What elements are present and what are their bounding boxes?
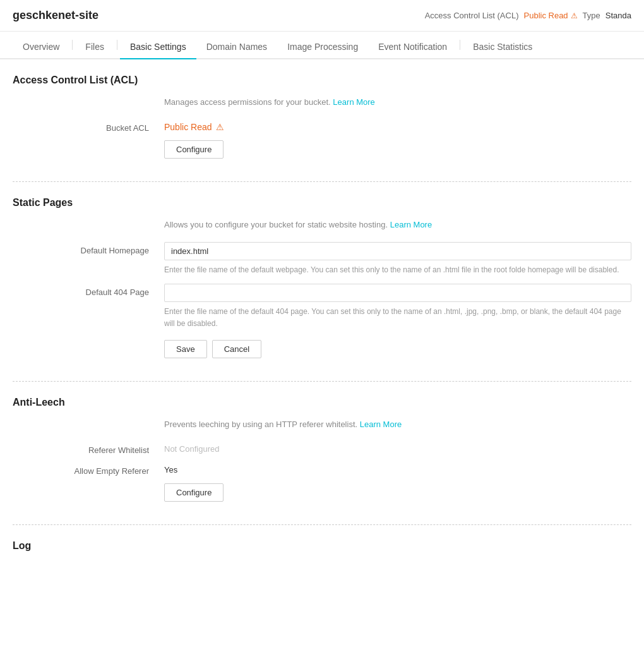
acl-public-read: Public Read [164,122,212,132]
allow-empty-label: Allow Empty Referer [13,463,164,476]
homepage-input[interactable] [164,242,631,260]
header-acl-label: Access Control List (ACL) [425,11,519,20]
static-pages-section: Static Pages Allows you to configure you… [13,182,631,382]
tab-overview[interactable]: Overview [13,35,69,59]
homepage-hint: Enter the file name of the default webpa… [164,264,631,276]
referer-whitelist-row: Referer Whitelist Not Configured [13,442,631,455]
static-pages-actions-row: Save Cancel [13,340,631,358]
acl-learn-more[interactable]: Learn More [333,97,374,107]
cancel-button[interactable]: Cancel [212,340,261,358]
main-content: Access Control List (ACL) Manages access… [0,59,644,567]
404-row: Default 404 Page Enter the file name of … [13,284,631,330]
tab-domain-names[interactable]: Domain Names [196,35,277,59]
log-section-title: Log [13,540,631,552]
header-type-value: Standa [605,11,631,20]
anti-leech-section: Anti-Leech Prevents leeching by using an… [13,382,631,525]
tab-files[interactable]: Files [75,35,114,59]
allow-empty-value: Yes [164,463,631,475]
404-hint: Enter the file name of the default 404 p… [164,306,631,330]
404-input[interactable] [164,284,631,302]
tab-event-notification[interactable]: Event Notification [368,35,457,59]
acl-configure-button[interactable]: Configure [164,140,224,159]
bucket-title: geschkenet-site [13,9,98,22]
anti-leech-configure-button[interactable]: Configure [164,483,224,502]
header-type-label: Type [583,11,600,20]
anti-leech-configure-spacer [13,483,164,487]
tab-divider-1 [72,40,73,50]
static-pages-actions-spacer [13,340,164,344]
anti-leech-description: Prevents leeching by using an HTTP refer… [13,418,631,432]
acl-value-display: Public Read ⚠ [164,119,631,132]
bucket-acl-label: Bucket ACL [13,119,164,133]
anti-leech-configure-content: Configure [164,483,631,502]
acl-section: Access Control List (ACL) Manages access… [13,59,631,182]
referer-whitelist-label: Referer Whitelist [13,442,164,455]
bucket-acl-content: Public Read ⚠ [164,119,631,132]
tab-divider-3 [460,40,460,50]
save-button[interactable]: Save [164,340,207,358]
referer-whitelist-value: Not Configured [164,442,631,454]
acl-description: Manages access permissions for your buck… [13,96,631,109]
tab-basic-statistics[interactable]: Basic Statistics [463,35,542,59]
tab-basic-settings[interactable]: Basic Settings [120,35,196,59]
acl-configure-content: Configure [164,140,631,159]
tab-bar: Overview Files Basic Settings Domain Nam… [0,32,644,59]
anti-leech-configure-row: Configure [13,483,631,502]
acl-warning-icon: ⚠ [571,11,578,20]
static-pages-title: Static Pages [13,197,631,209]
anti-leech-learn-more[interactable]: Learn More [360,420,402,429]
static-pages-actions: Save Cancel [164,340,631,358]
header-acl-value: Public Read ⚠ [524,11,578,20]
acl-value-text: Public Read [524,11,568,20]
404-label: Default 404 Page [13,284,164,297]
tab-divider-2 [117,40,117,50]
static-pages-learn-more[interactable]: Learn More [390,220,432,229]
page-header: geschkenet-site Access Control List (ACL… [0,0,644,32]
bucket-acl-row: Bucket ACL Public Read ⚠ [13,119,631,133]
acl-warning-triangle: ⚠ [216,122,224,132]
homepage-content: Enter the file name of the default webpa… [164,242,631,276]
acl-configure-row: Configure [13,140,631,159]
allow-empty-row: Allow Empty Referer Yes [13,463,631,476]
acl-configure-spacer [13,140,164,144]
allow-empty-content: Yes [164,463,631,475]
acl-section-title: Access Control List (ACL) [13,75,631,86]
404-content: Enter the file name of the default 404 p… [164,284,631,330]
anti-leech-title: Anti-Leech [13,397,631,408]
tab-image-processing[interactable]: Image Processing [277,35,368,59]
homepage-label: Default Homepage [13,242,164,255]
homepage-row: Default Homepage Enter the file name of … [13,242,631,276]
static-pages-description: Allows you to configure your bucket for … [13,219,631,232]
header-meta: Access Control List (ACL) Public Read ⚠ … [425,11,631,20]
log-section: Log [13,525,631,567]
referer-whitelist-content: Not Configured [164,442,631,454]
